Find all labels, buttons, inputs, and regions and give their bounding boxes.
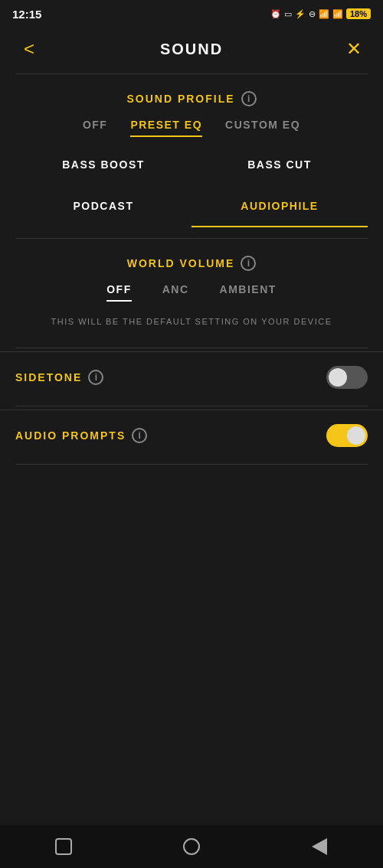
divider-before-audio	[15, 406, 368, 406]
wifi-icon: 📶	[319, 9, 329, 19]
alarm-icon: ⏰	[270, 9, 281, 19]
audio-prompts-info-icon[interactable]: i	[132, 428, 147, 443]
divider-bottom	[15, 464, 368, 465]
preset-grid: BASS BOOST BASS CUT PODCAST AUDIOPHILE	[15, 145, 368, 227]
sound-profile-label: SOUND PROFILE	[126, 93, 234, 105]
tab-custom-eq[interactable]: CUSTOM EQ	[225, 119, 300, 137]
header: < SOUND ✕	[0, 28, 383, 70]
audio-prompts-label-row: AUDIO PROMPTS i	[15, 428, 147, 443]
status-time: 12:15	[12, 8, 41, 21]
volume-tab-anc[interactable]: ANC	[162, 283, 189, 302]
volume-tab-off[interactable]: OFF	[106, 283, 132, 302]
sidetone-label-row: SIDETONE i	[15, 370, 103, 385]
sidetone-info-icon[interactable]: i	[88, 370, 103, 385]
signal-icon: 📶	[332, 9, 343, 19]
sidetone-knob	[329, 368, 347, 387]
preset-bass-cut[interactable]: BASS CUT	[192, 145, 368, 186]
audio-prompts-knob	[347, 426, 365, 445]
audio-prompts-label: AUDIO PROMPTS	[15, 429, 126, 442]
status-bar: 12:15 ⏰ ▭ ⚡ ⊖ 📶 📶 18%	[0, 0, 383, 28]
bluetooth-icon: ⚡	[295, 9, 306, 19]
bottom-nav	[0, 825, 383, 868]
divider-before-sidetone	[15, 348, 368, 348]
world-volume-tab-row: OFF ANC AMBIENT	[15, 283, 368, 302]
audio-prompts-toggle[interactable]	[326, 424, 368, 447]
sidetone-label: SIDETONE	[15, 371, 82, 383]
minus-icon: ⊖	[309, 9, 316, 19]
eq-tab-row: OFF PRESET EQ CUSTOM EQ	[15, 119, 368, 137]
world-volume-label-row: WORLD VOLUME i	[15, 256, 368, 271]
home-icon	[183, 838, 200, 855]
back-icon	[312, 838, 327, 855]
world-volume-label: WORLD VOLUME	[127, 257, 235, 269]
audio-prompts-row: AUDIO PROMPTS i	[0, 410, 383, 461]
nav-square-button[interactable]	[48, 831, 79, 862]
nav-home-button[interactable]	[176, 831, 207, 862]
preset-bass-boost[interactable]: BASS BOOST	[15, 145, 192, 186]
preset-audiophile[interactable]: AUDIOPHILE	[192, 186, 368, 227]
tab-preset-eq[interactable]: PRESET EQ	[130, 119, 202, 137]
world-volume-section: WORLD VOLUME i OFF ANC AMBIENT THIS WILL…	[0, 242, 383, 344]
preset-podcast[interactable]: PODCAST	[15, 186, 192, 227]
world-volume-info-icon[interactable]: i	[241, 256, 256, 271]
page-title: SOUND	[43, 41, 340, 58]
status-icons: ⏰ ▭ ⚡ ⊖ 📶 📶 18%	[270, 8, 371, 19]
sidetone-row: SIDETONE i	[0, 351, 383, 403]
divider-mid	[15, 238, 368, 239]
nav-back-button[interactable]	[304, 831, 335, 862]
media-icon: ▭	[284, 9, 292, 19]
volume-tab-ambient[interactable]: AMBIENT	[220, 283, 277, 302]
back-button[interactable]: <	[15, 38, 43, 60]
tab-off[interactable]: OFF	[83, 119, 108, 137]
square-icon	[55, 838, 72, 855]
sidetone-toggle[interactable]	[326, 366, 368, 389]
sound-profile-info-icon[interactable]: i	[241, 91, 257, 106]
default-setting-text: THIS WILL BE THE DEFAULT SETTING ON YOUR…	[15, 309, 368, 337]
battery-badge: 18%	[346, 8, 371, 19]
sound-profile-section: SOUND PROFILE i OFF PRESET EQ CUSTOM EQ …	[0, 77, 383, 235]
sound-profile-label-row: SOUND PROFILE i	[15, 91, 368, 106]
divider-top	[15, 73, 368, 74]
close-button[interactable]: ✕	[340, 38, 368, 60]
